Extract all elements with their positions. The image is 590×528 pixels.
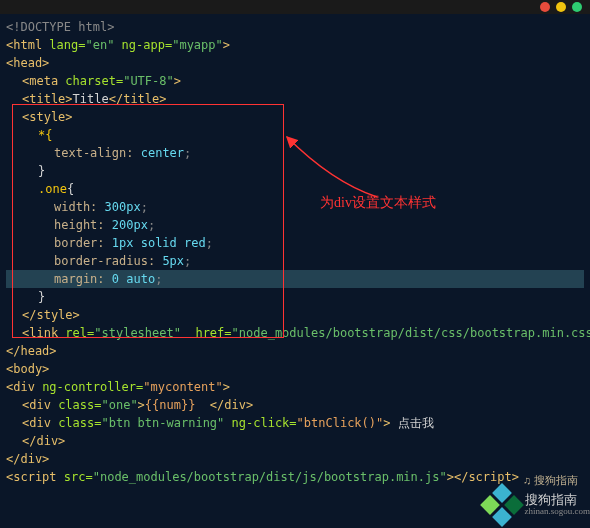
code-line: </style> (6, 306, 584, 324)
code-line: <script src="node_modules/bootstrap/dist… (6, 468, 584, 486)
code-line: <html lang="en" ng-app="myapp"> (6, 36, 584, 54)
code-line: <div class="one">{{num}} </div> (6, 396, 584, 414)
code-line: <style> (6, 108, 584, 126)
code-line: } (6, 162, 584, 180)
code-line: <head> (6, 54, 584, 72)
code-line-highlighted: margin: 0 auto; (6, 270, 584, 288)
code-editor: <!DOCTYPE html> <html lang="en" ng-app="… (0, 14, 590, 490)
window-titlebar (0, 0, 590, 14)
code-line: <!DOCTYPE html> (6, 18, 584, 36)
minimize-icon[interactable] (556, 2, 566, 12)
code-line: </div> (6, 450, 584, 468)
watermark-label: 搜狗指南 zhinan.sogou.com (525, 493, 591, 517)
code-line: } (6, 288, 584, 306)
code-line: width: 300px; (6, 198, 584, 216)
code-line: *{ (6, 126, 584, 144)
code-line: </div> (6, 432, 584, 450)
close-icon[interactable] (540, 2, 550, 12)
code-line: text-align: center; (6, 144, 584, 162)
code-line: .one{ (6, 180, 584, 198)
code-line: height: 200px; (6, 216, 584, 234)
code-line: <div ng-controller="mycontent"> (6, 378, 584, 396)
code-line: <title>Title</title> (6, 90, 584, 108)
code-line: border-radius: 5px; (6, 252, 584, 270)
annotation-text: 为div设置文本样式 (320, 192, 436, 214)
code-line: </head> (6, 342, 584, 360)
code-line: <body> (6, 360, 584, 378)
code-line: <meta charset="UTF-8"> (6, 72, 584, 90)
maximize-icon[interactable] (572, 2, 582, 12)
code-line: <link rel="stylesheet" href="node_module… (6, 324, 584, 342)
watermark: 搜狗指南 zhinan.sogou.com (483, 486, 591, 524)
code-line: <div class="btn btn-warning" ng-click="b… (6, 414, 584, 432)
code-line: border: 1px solid red; (6, 234, 584, 252)
logo-icon (483, 486, 521, 524)
